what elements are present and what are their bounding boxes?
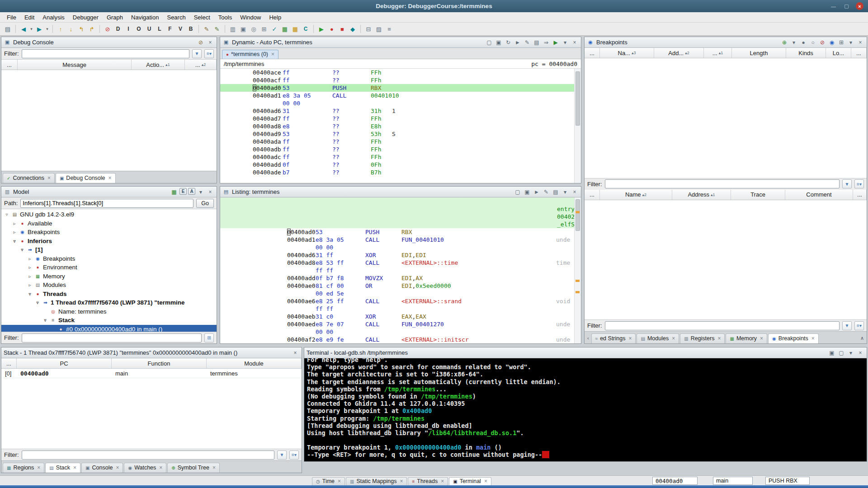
column-header[interactable]: Function xyxy=(112,358,207,368)
disassembly-row[interactable]: ff ff xyxy=(220,305,581,313)
disassembly-row[interactable]: 00400aeb31 c0XOREAX,EAX xyxy=(220,313,581,320)
tab-close-icon[interactable]: × xyxy=(108,175,112,181)
tree-expander[interactable]: ▹ xyxy=(27,282,33,287)
breakpoints-list[interactable] xyxy=(585,58,867,178)
disassembly-row[interactable]: 00400aede8 7e 07CALLFUN_00401270unde xyxy=(220,320,581,328)
nav-forward-icon[interactable]: ▶ xyxy=(34,24,44,34)
disassembly-row[interactable]: 00400af2e8 e9 feCALL<EXTERNAL>::initscru… xyxy=(220,336,581,343)
filter-funnel-icon[interactable]: ▼ xyxy=(842,179,852,188)
compiler-icon[interactable]: C xyxy=(301,24,311,34)
marker-o-icon[interactable]: O xyxy=(134,24,144,34)
tree-node[interactable]: ●#0 0x0000000000400ad0 in main () xyxy=(1,325,217,332)
menu-graph[interactable]: Graph xyxy=(103,13,127,22)
run-icon[interactable]: ▶ xyxy=(316,24,326,34)
column-header[interactable]: Actio...▴1 xyxy=(132,60,185,70)
make-effective-icon[interactable]: ◉ xyxy=(828,38,836,46)
marker-i-icon[interactable]: I xyxy=(123,24,133,34)
menu-icon[interactable]: ▾ xyxy=(847,349,855,357)
edit-bytes-icon[interactable]: ✎ xyxy=(523,38,531,46)
disassembly-row[interactable]: 00 00 xyxy=(220,99,581,107)
tab-close-icon[interactable]: × xyxy=(760,335,763,342)
close-icon[interactable]: × xyxy=(571,188,579,196)
tab-close-icon[interactable]: × xyxy=(628,335,632,342)
menu-select[interactable]: Select xyxy=(190,13,214,22)
column-header[interactable]: Trace xyxy=(731,190,785,200)
search-icon[interactable]: ◎ xyxy=(249,24,259,34)
path-input[interactable] xyxy=(20,199,193,208)
column-header[interactable]: PC xyxy=(17,358,112,368)
tree-node[interactable]: ▹▤Modules xyxy=(1,281,217,290)
dynamic-disassembly[interactable]: 00400aceff??FFh00400acfff??FFh00400ad053… xyxy=(220,69,581,183)
set-breakpoint-icon[interactable]: ⊕ xyxy=(780,38,788,46)
tree-node[interactable]: ▹◉Breakpoints xyxy=(1,228,217,237)
menu-edit[interactable]: Edit xyxy=(20,13,38,22)
trace-icon[interactable]: ◆ xyxy=(348,24,358,34)
menu-icon[interactable]: ▾ xyxy=(847,38,855,46)
close-button[interactable]: × xyxy=(856,2,863,10)
column-header[interactable]: Name▴2 xyxy=(600,190,672,200)
column-header[interactable]: ... xyxy=(1,60,18,70)
tab-close-icon[interactable]: × xyxy=(811,335,815,342)
stack-frame-row[interactable]: [0]00400ad0maintermmines xyxy=(1,369,302,378)
disassembly-row[interactable]: 00400add0f b7 f8MOVZXEDI,AX xyxy=(220,274,581,282)
tab-watches[interactable]: ◉Watches× xyxy=(124,463,166,473)
tree-node[interactable]: ▹●Environment xyxy=(1,263,217,272)
filter-input[interactable] xyxy=(605,179,840,188)
filter-funnel-icon[interactable]: ▼ xyxy=(842,321,852,330)
scrollbar-thumb[interactable] xyxy=(576,199,580,231)
disassembly-row[interactable]: 00400ad1e8 3a 05CALLFUN_00401010unde xyxy=(220,236,581,244)
menu-icon[interactable]: ▾ xyxy=(561,188,569,196)
tab-modules[interactable]: ▤Modules× xyxy=(637,333,679,343)
dropdown-icon[interactable]: ▾ xyxy=(790,38,798,46)
nav-forward-menu-icon[interactable]: ▾ xyxy=(45,24,50,34)
tab-close-icon[interactable]: × xyxy=(441,478,444,484)
menu-navigation[interactable]: Navigation xyxy=(127,13,163,22)
close-icon[interactable]: × xyxy=(571,38,579,46)
tab-console[interactable]: ▣Console× xyxy=(81,463,123,473)
trace-tab-termmines[interactable]: ● *termmines (0) × xyxy=(222,50,278,59)
close-icon[interactable]: × xyxy=(206,188,214,196)
scrollbar-thumb[interactable] xyxy=(576,71,580,126)
tab-close-icon[interactable]: × xyxy=(73,465,76,471)
snapshot-icon[interactable]: ▣ xyxy=(238,24,248,34)
tab-terminal[interactable]: ▣Terminal× xyxy=(449,477,491,485)
tree-expander[interactable]: ▿ xyxy=(35,300,40,305)
close-icon[interactable]: × xyxy=(856,349,864,357)
menu-analysis[interactable]: Analysis xyxy=(38,13,68,22)
tree-node[interactable]: ▿⇒[1] xyxy=(1,245,217,254)
tree-expander[interactable]: ▹ xyxy=(27,256,33,261)
tab-close-icon[interactable]: × xyxy=(484,478,487,484)
tree-expander[interactable]: ▹ xyxy=(12,230,17,235)
tab-breakpoints[interactable]: ◉Breakpoints× xyxy=(768,333,819,343)
disassembly-row[interactable]: 00400adeb7??B7h xyxy=(220,169,581,176)
marker-v-icon[interactable]: V xyxy=(175,24,185,34)
tab-ed-strings[interactable]: ≈ed Strings× xyxy=(591,333,636,343)
menu-icon[interactable]: ▾ xyxy=(561,38,569,46)
marker-u-icon[interactable]: U xyxy=(144,24,154,34)
tree-expander[interactable]: ▹ xyxy=(27,274,33,279)
elements-toggle-icon[interactable]: E xyxy=(179,188,187,195)
jump-out-icon[interactable]: ↰ xyxy=(76,24,86,34)
tab-time[interactable]: ◷Time× xyxy=(312,477,345,485)
filter-options-icon[interactable]: ≡▾ xyxy=(854,179,864,188)
stop-icon[interactable]: ■ xyxy=(337,24,347,34)
console-message-list[interactable] xyxy=(1,70,217,171)
disassembly-row[interactable]: 00 ed 5e xyxy=(220,290,581,297)
column-header[interactable]: Kinds xyxy=(786,48,826,58)
column-header[interactable]: ...▴2 xyxy=(185,60,217,70)
edit-icon[interactable]: ✎ xyxy=(202,24,212,34)
disassembly-row[interactable]: 00400aceff??FFh xyxy=(220,69,581,76)
filter-options-icon[interactable]: ≡▾ xyxy=(289,450,299,460)
column-header[interactable]: ... xyxy=(1,358,17,368)
column-header[interactable]: Address▴1 xyxy=(672,190,731,200)
save-icon[interactable]: ▤ xyxy=(3,24,13,34)
marker-l-icon[interactable]: L xyxy=(155,24,165,34)
copy-icon[interactable]: ▣ xyxy=(495,38,503,46)
tree-node[interactable]: ▿●Threads xyxy=(1,290,217,299)
tab-registers[interactable]: ▥Registers× xyxy=(680,333,725,343)
close-icon[interactable]: × xyxy=(206,38,214,46)
disassembly-row[interactable]: 00 00 xyxy=(220,244,581,251)
disassembly-row[interactable]: 00400ae6e8 25 ffCALL<EXTERNAL>::srandvoi… xyxy=(220,297,581,305)
disassembly-row[interactable]: 00400ad8e8 53 ffCALL<EXTERNAL>::timetime xyxy=(220,259,581,267)
filter-input[interactable] xyxy=(605,321,840,330)
